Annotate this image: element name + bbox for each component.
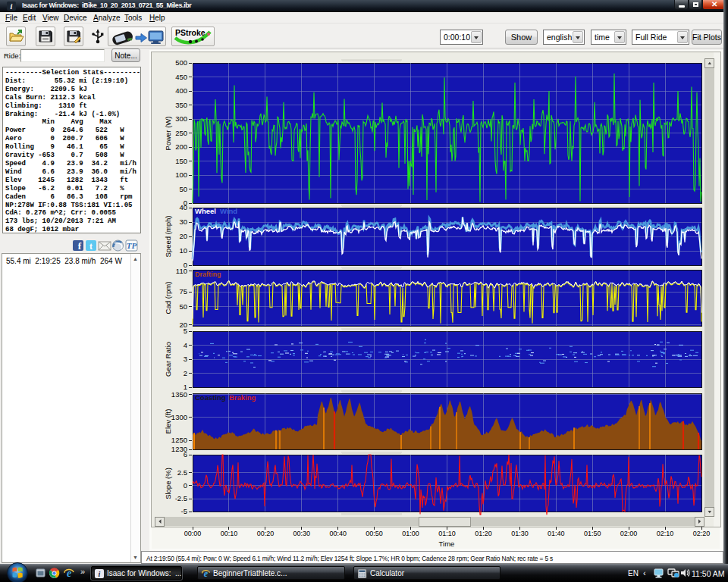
svg-text:250: 250 [175,129,187,137]
svg-text:100: 100 [175,171,187,179]
svg-text:Wheel: Wheel [195,207,216,215]
svg-text:2.5: 2.5 [177,468,187,477]
svg-text:200: 200 [175,142,187,151]
svg-text:450: 450 [175,73,187,81]
svg-text:01:20: 01:20 [475,530,492,537]
svg-text:1300: 1300 [171,413,187,421]
svg-text:400: 400 [175,86,187,95]
svg-text:5: 5 [184,327,187,335]
svg-text:500: 500 [175,58,187,67]
svg-text:20: 20 [179,232,187,240]
svg-text:-5: -5 [181,507,187,515]
svg-text:50: 50 [179,185,187,193]
svg-text:150: 150 [175,157,187,165]
svg-text:Power (W): Power (W) [164,117,172,151]
svg-text:00:00: 00:00 [184,530,202,537]
svg-text:6: 6 [184,450,187,458]
svg-text:Cad (rpm): Cad (rpm) [164,282,172,314]
svg-text:10: 10 [179,246,187,255]
svg-text:TP: TP [127,241,137,250]
svg-text:t: t [89,241,93,252]
svg-text:02:00: 02:00 [620,530,638,537]
svg-text:Time: Time [439,540,455,548]
svg-text:0: 0 [184,481,187,490]
svg-text:1250: 1250 [171,436,187,444]
svg-text:Coasting: Coasting [195,393,226,402]
svg-text:Wind: Wind [220,207,237,215]
svg-text:PStroke: PStroke [175,28,206,37]
svg-text:i: i [99,570,101,578]
svg-text:Speed (mph): Speed (mph) [164,216,172,258]
svg-text:01:10: 01:10 [438,530,456,537]
svg-text:-2.5: -2.5 [175,494,187,502]
svg-text:01:40: 01:40 [548,530,565,537]
svg-text:00:40: 00:40 [329,530,347,537]
svg-text:i: i [11,2,13,11]
svg-text:40: 40 [179,203,187,211]
svg-text:110: 110 [176,267,187,275]
svg-text:2: 2 [184,369,187,377]
svg-text:75: 75 [179,287,187,296]
svg-text:f: f [78,240,82,252]
svg-text:00:10: 00:10 [221,530,238,537]
svg-text:Drafting: Drafting [195,271,221,278]
svg-text:4: 4 [184,341,187,349]
svg-text:3: 3 [184,355,187,363]
svg-text:01:30: 01:30 [511,530,529,537]
svg-text:1350: 1350 [171,390,187,399]
svg-text:Gear Ratio: Gear Ratio [164,342,172,377]
svg-text:02:10: 02:10 [657,530,674,537]
svg-text:Braking: Braking [229,393,256,402]
svg-text:00:50: 00:50 [366,530,383,537]
svg-text:00:20: 00:20 [257,530,275,537]
svg-text:30: 30 [179,217,187,226]
svg-text:01:00: 01:00 [402,530,419,537]
svg-text:350: 350 [175,101,187,109]
svg-text:50: 50 [179,302,187,311]
svg-text:300: 300 [175,114,187,123]
svg-text:Slope (%): Slope (%) [164,468,172,499]
svg-text:01:50: 01:50 [584,530,601,537]
svg-text:02:20: 02:20 [693,530,711,537]
svg-text:Elev (ft): Elev (ft) [164,409,172,434]
svg-text:00:30: 00:30 [293,530,311,537]
